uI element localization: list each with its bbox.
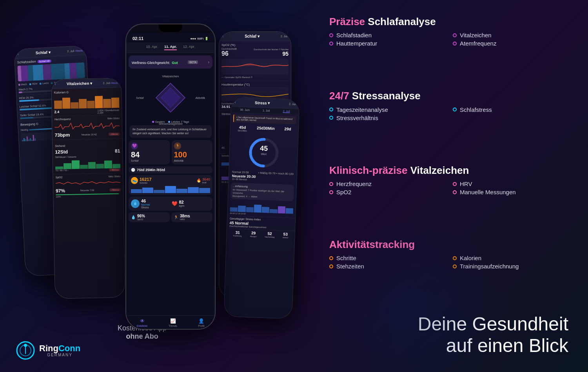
bullet-hauttemperatur [329,42,333,46]
svg-text:45: 45 [260,144,268,153]
date-next[interactable]: 12. Apr. [183,45,195,50]
schlaf-hr-badge: Schlaf-HR [37,59,51,63]
nav-profil[interactable]: 👤 Profil [198,318,204,327]
phone-notch [159,24,182,32]
features-section: Präzise Schlafanalyse Schlafstadien Vita… [306,0,588,372]
spo2-avg-val: 96 [221,50,237,57]
feature-schlafstadien: Schlafstadien [329,32,445,38]
logo-icon [16,341,35,360]
stress-phone-title: Stress ▾ [255,100,270,105]
vitalzeichen-label: Vitalzeichen [162,75,179,78]
wellness-banner: Wellness-Gleichgewicht: Gut BETA › [129,55,212,69]
stress-title: 24/7 Stressanalyse [329,90,568,102]
diamond-bottom: Stressmanagement [159,122,183,125]
activity-metric: 🏃 100 Aktivität [172,140,213,164]
phone-vitals: ‹ Vitalzeichen ▾ 2. Juli Heute Kalorien … [51,78,125,299]
stress-normal: Normal [141,203,150,206]
bullet-vitalzeichen [453,33,457,37]
activity-title: Aktivitätstracking [329,239,568,251]
date-current[interactable]: 11. Apr. [164,45,177,50]
logo-area: RingConn GERMANY [16,341,80,360]
diamond-right: Aktivität [195,97,205,99]
schlafstadien-label: Schlafstadien [17,60,36,64]
nav-trends[interactable]: 📈 Trends [169,318,177,327]
feature-stehzeiten: Stehzeiten [329,263,445,270]
activity-label: Aktivität [174,159,211,162]
feature-vitals: Klinisch-präzise Vitalzeichen Herzfreque… [329,164,568,195]
kcal-value: 3640 [202,177,210,181]
feature-hauttemperatur: Hauttemperatur [329,40,445,47]
steps-label: Schritte [140,182,152,184]
bullet-kalorien [453,256,457,260]
steps-value: 16217 [140,177,152,182]
kcal-label: kcal [202,181,210,184]
wellness-value: Gut [172,61,178,65]
hrv-mini: 🏃 38ms HRV [171,212,212,222]
feature-schlafstress: Schlafstress [453,106,568,113]
vitals-title: Vitalzeichen ▾ [67,81,93,86]
sleep-metric: 💜 84 Schlaf [129,140,170,164]
wach-label: Wach 2.7% [18,88,33,91]
bullet-messungen [453,190,457,194]
svg-text:Wert: Wert [261,153,267,156]
bullet-training [453,264,457,268]
sleep-date1: 2. Juli [67,49,74,53]
logo-brand: RingConn [39,344,80,353]
phone-stress-detail: ‹ Stress ▾ 2. Juli 30. Juni 1. Juli 2. J… [223,97,299,319]
feature-schlaf: Präzise Schlafanalyse Schlafstadien Vita… [329,16,568,47]
diamond-left: Schlaf [136,97,143,99]
svg-point-12 [24,344,27,347]
bullet-stehzeiten [329,264,333,268]
feature-atemfrequenz: Atemfrequenz [453,40,568,47]
hr-value-center: 82 [179,200,185,204]
feature-vitalzeichen: Vitalzeichen [453,32,568,38]
rem-label: REM 26.3% [19,96,34,100]
bullet-herzfrequenz [329,182,333,186]
feature-hrv: HRV [453,181,568,187]
wellness-desc: Ihr Zustand verbessert sich, und Ihre Le… [129,125,212,138]
bullet-stressverhaeltnis [329,116,333,120]
temp-header: Hauttemperatur (°C) [221,83,289,86]
tagline: Deine Gesundheit auf einen Blick [329,313,568,356]
feature-training: Trainingsaufzeichnung [453,263,568,270]
feature-messungen: Manuelle Messungen [453,189,568,195]
spo2-label-vitals: SpO2 [55,176,62,179]
spo2-mini-val: 96% [137,214,145,218]
wellness-label: Wellness-Gleichgewicht: [132,61,170,65]
bottom-nav: 👁 Einblicke 📈 Trends 👤 Profil [126,315,215,329]
stehend-label: Stehend [55,144,65,147]
hr-label-center: bpm [179,204,185,207]
time-label: 7Std 25Min /8Std [137,168,165,172]
bullet-hrv [453,182,457,186]
bullet-schritte [329,256,333,260]
sleep-title: Schlaf ▾ [36,50,51,55]
logo-country: GERMANY [39,353,80,357]
feature-kalorien: Kalorien [453,255,568,261]
feature-activity: Aktivitätstracking Schritte Kalorien Ste… [329,239,568,270]
bullet-spo2 [329,190,333,194]
nav-einblicke[interactable]: 👁 Einblicke [137,318,148,327]
feature-schritte: Schritte [329,255,445,261]
vitals-feature-title: Klinisch-präzise Vitalzeichen [329,164,568,177]
bullet-atemfrequenz [453,42,457,46]
schlaf-title: Präzise Schlafanalyse [329,16,568,28]
feature-herzfrequenz: Herzfrequenz [329,181,445,187]
beta-badge: BETA [188,60,198,64]
phone-center-main: 02:11 ●●● WiFi 🔋 10. Apr. 11. Apr. [125,24,216,330]
sleep-value: 84 [131,150,167,159]
center-time: 02:11 [132,36,143,41]
hr-label-vitals: Herzfrequenz [54,118,71,121]
spo2-phone-title: Schlaf ▾ [245,34,260,38]
feature-stressverhaeltnis: Stressverhältnis [329,115,445,121]
hr-value-vitals: 73bpm [54,132,70,138]
bullet-tageszeiten [329,108,333,111]
bullet-schlafstress [453,108,457,111]
date-prev[interactable]: 10. Apr. [146,45,158,50]
page-layout: ‹ Schlaf ▾ 2. Juli Heute Schlafstadien S… [0,0,588,372]
feature-stress: 24/7 Stressanalyse Tageszeitenanalyse Sc… [329,90,568,121]
sleep-date2: Heute [76,49,83,52]
bullet-schlafstadien [329,33,333,37]
feature-tageszeiten: Tageszeitenanalyse [329,106,445,113]
feature-spo2: SpO2 [329,189,445,195]
phones-section: ‹ Schlaf ▾ 2. Juli Heute Schlafstadien S… [0,0,306,372]
